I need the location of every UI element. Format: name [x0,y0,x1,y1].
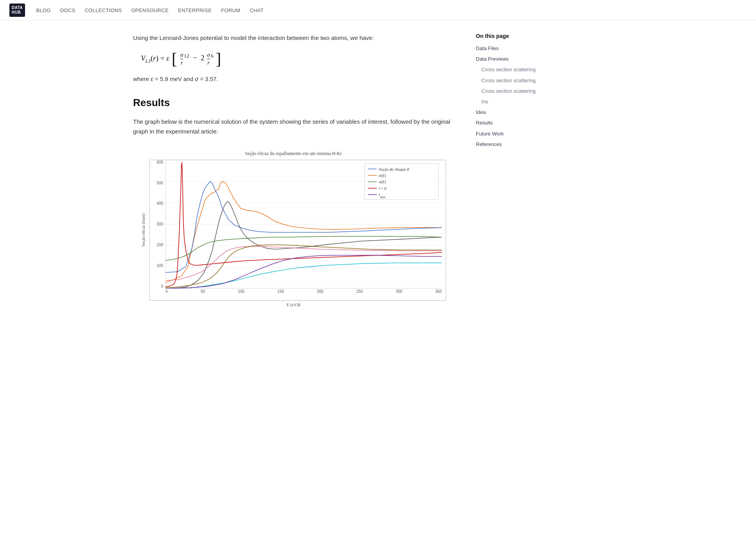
sidebar-item-idea[interactable]: Idea [476,108,556,116]
sidebar-item-data-previews[interactable]: Data Previews [476,55,556,63]
intro-paragraph: Using the Lennard-Jones potential to mod… [133,33,454,43]
formula-block: VLJ(r) = ε [ σ r 12 − 2 σ r 6 ] [141,51,454,67]
results-paragraph: The graph below is the numerical solutio… [133,117,454,137]
navbar: DATA HUB BLOG DOCS COLLECTIONS OPENSOURC… [0,0,756,20]
x-tick-50: 50 [201,289,205,294]
x-tick-150: 150 [277,289,284,294]
y-tick-0: 0 [161,284,163,289]
nav-opensource[interactable]: OPENSOURCE [131,7,168,13]
nav-collections[interactable]: COLLECTIONS [85,7,122,13]
y-tick-100: 100 [157,263,163,268]
results-heading: Results [133,97,454,109]
line-gray [166,201,442,288]
line-purple [166,255,442,289]
page-layout: Using the Lennard-Jones potential to mod… [124,20,632,534]
sidebar-nav: Data Files Data Previews Cross section s… [476,45,556,148]
x-tick-300: 300 [396,289,402,294]
nav-enterprise[interactable]: ENTERPRISE [178,7,212,13]
x-tick-100: 100 [238,289,245,294]
sidebar-item-cross2[interactable]: Cross section scattering [476,77,556,84]
legend-label-red: l = 0 [379,186,386,191]
sidebar-item-cross1[interactable]: Cross section scattering [476,66,556,73]
legend-label-blue: Seção de choque E [379,167,410,171]
x-tick-0: 0 [166,289,168,294]
y-axis-label: Seção eficaz (barn) [141,160,148,301]
nav-chat[interactable]: CHAT [250,7,264,13]
sidebar-item-data-files[interactable]: Data Files [476,45,556,52]
main-content: Using the Lennard-Jones potential to mod… [133,20,470,534]
sidebar-item-future-work[interactable]: Future Work [476,130,556,137]
y-tick-400: 400 [157,201,163,206]
nav-links: BLOG DOCS COLLECTIONS OPENSOURCE ENTERPR… [36,7,263,13]
logo[interactable]: DATA HUB [9,4,25,17]
nav-docs[interactable]: DOCS [60,7,76,13]
chart-svg: Seção de choque E σ(E) σ(E) l = 0 lmax [166,160,442,289]
y-tick-300: 300 [157,222,163,226]
y-tick-200: 200 [157,243,163,247]
chart-title: Seção eficaz do espalhamento em um siste… [141,151,446,157]
x-tick-250: 250 [356,289,363,294]
sidebar-item-iris[interactable]: Iris [476,98,556,105]
legend-label-green: σ(E) [379,180,386,184]
y-tick-500: 500 [157,181,163,185]
x-tick-200: 200 [317,289,324,294]
x-tick-350: 350 [435,289,442,294]
sidebar-item-references[interactable]: References [476,141,556,148]
nav-blog[interactable]: BLOG [36,7,50,13]
y-tick-600: 600 [157,160,163,164]
chart-wrapper: Seção eficaz do espalhamento em um siste… [133,151,454,307]
sidebar-item-cross3[interactable]: Cross section scattering [476,87,556,95]
line-pink [166,246,442,280]
legend-label-orange: σ(E) [379,173,386,178]
sidebar-title: On this page [476,33,556,39]
line-teal [166,263,442,289]
sidebar: On this page Data Files Data Previews Cr… [470,20,556,534]
x-axis-label: E (eV)$ [141,302,446,307]
sidebar-item-results[interactable]: Results [476,119,556,126]
where-text: where ε = 5.9 meV and σ = 3.57. [133,74,454,84]
nav-forum[interactable]: FORUM [221,7,240,13]
